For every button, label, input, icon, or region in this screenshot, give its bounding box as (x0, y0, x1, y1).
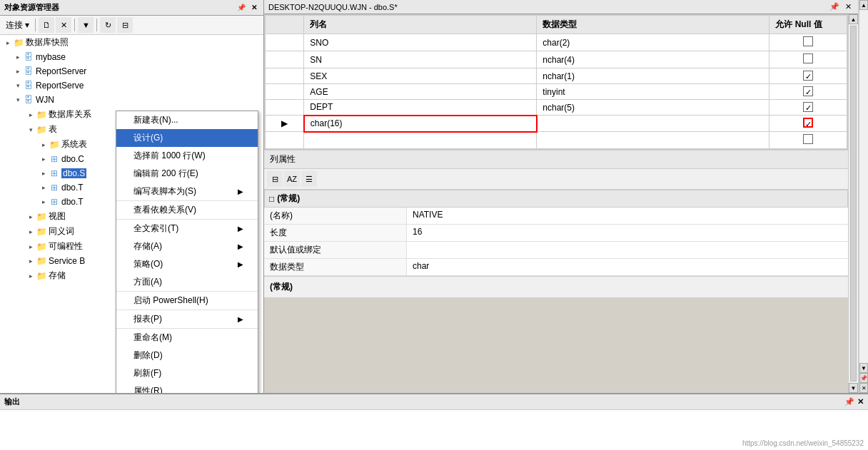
ctx-rename[interactable]: 重命名(M) (116, 329, 258, 347)
bottom-pin-btn[interactable]: 📌 (844, 397, 854, 406)
far-pin-btn[interactable]: 📌 (859, 373, 868, 383)
close-icon[interactable]: ✕ (249, 4, 259, 11)
table-row-empty[interactable] (266, 132, 847, 149)
delete-toolbar-btn[interactable]: ✕ (56, 17, 71, 33)
scroll-down-btn[interactable]: ▼ (849, 383, 858, 393)
scroll-up-btn[interactable]: ▲ (849, 14, 858, 24)
row-nullable[interactable] (769, 84, 847, 100)
ctx-dependencies[interactable]: 查看依赖关系(V) (116, 201, 258, 220)
bottom-close-btn[interactable]: ✕ (857, 397, 864, 406)
ctx-aspects[interactable]: 方面(A) (116, 273, 258, 292)
ctx-powershell[interactable]: 启动 PowerShell(H) (116, 292, 258, 310)
row-name[interactable]: DEPT (304, 100, 537, 116)
nullable-checkbox-highlighted[interactable] (803, 118, 813, 128)
props-value-default[interactable] (407, 242, 848, 258)
row-type[interactable]: nchar(1) (537, 68, 769, 84)
row-nullable[interactable] (769, 51, 847, 68)
props-alpha-btn[interactable]: AZ (284, 171, 300, 187)
ctx-design[interactable]: 设计(G) (116, 129, 258, 147)
toggle-views[interactable]: ▸ (26, 212, 36, 222)
nullable-checkbox[interactable] (803, 53, 813, 63)
far-scroll-up[interactable]: ▲ (859, 0, 868, 10)
row-nullable[interactable] (769, 68, 847, 84)
toggle-synonyms[interactable]: ▸ (26, 227, 36, 237)
tree-item-wjn[interactable]: ▾ 🗄 WJN (0, 93, 263, 107)
right-scrollbar[interactable]: ▲ ▼ (848, 14, 858, 393)
toggle-reportserver[interactable]: ▸ (13, 66, 23, 76)
props-value-datatype[interactable]: char (407, 259, 848, 275)
pin-icon[interactable]: 📌 (235, 4, 248, 11)
toggle-storage[interactable]: ▸ (26, 271, 36, 281)
ctx-script[interactable]: 编写表脚本为(S) ▶ (116, 183, 258, 201)
far-close-btn[interactable]: ✕ (859, 383, 868, 393)
toggle-servicebroker[interactable]: ▸ (26, 256, 36, 266)
toggle-dboT1[interactable]: ▸ (39, 183, 49, 193)
table-row[interactable]: AGE tinyint (266, 84, 847, 100)
row-name-highlighted[interactable]: char(16) (304, 116, 537, 132)
toggle-programmable[interactable]: ▸ (26, 242, 36, 252)
toggle-reportserve2[interactable]: ▾ (13, 81, 23, 91)
row-nullable[interactable] (769, 100, 847, 116)
ctx-storage[interactable]: 存储(A) ▶ (116, 237, 258, 255)
props-value-name[interactable]: NATIVE (407, 208, 848, 224)
row-type[interactable]: tinyint (537, 84, 769, 100)
right-pin-btn[interactable]: 📌 (827, 2, 842, 11)
row-nullable[interactable] (769, 116, 847, 132)
table-row[interactable]: SNO char(2) (266, 34, 847, 51)
row-name[interactable]: SNO (304, 34, 537, 51)
row-type[interactable]: nchar(5) (537, 100, 769, 116)
nullable-checkbox[interactable] (803, 71, 813, 81)
toggle-wjn[interactable]: ▾ (13, 95, 23, 105)
toggle-dboC[interactable]: ▸ (39, 154, 49, 164)
row-name-empty[interactable] (304, 132, 537, 149)
ctx-fulltext[interactable]: 全文索引(T) ▶ (116, 220, 258, 237)
toggle-mybase[interactable]: ▸ (13, 52, 23, 62)
tree-item-databases[interactable]: ▸ 📁 数据库快照 (0, 35, 263, 50)
nullable-checkbox[interactable] (803, 86, 813, 96)
tree-item-reportserver[interactable]: ▸ 🗄 ReportServer (0, 64, 263, 78)
props-section-toggle[interactable]: □ (269, 194, 274, 204)
ctx-policy[interactable]: 策略(O) ▶ (116, 255, 258, 273)
ctx-refresh[interactable]: 刷新(F) (116, 364, 258, 382)
far-scroll-down[interactable]: ▼ (859, 363, 868, 373)
props-pages-btn[interactable]: ☰ (301, 171, 317, 187)
ctx-select-top[interactable]: 选择前 1000 行(W) (116, 147, 258, 165)
ctx-edit-top[interactable]: 编辑前 200 行(E) (116, 165, 258, 183)
nullable-checkbox[interactable] (803, 102, 813, 112)
ctx-reports[interactable]: 报表(P) ▶ (116, 310, 258, 329)
row-name[interactable]: SEX (304, 68, 537, 84)
table-row[interactable]: DEPT nchar(5) (266, 100, 847, 116)
row-name[interactable]: AGE (304, 84, 537, 100)
collapse-toolbar-btn[interactable]: ⊟ (117, 17, 133, 33)
row-name[interactable]: SN (304, 51, 537, 68)
connect-button[interactable]: 连接 ▾ (3, 18, 32, 33)
table-row[interactable]: ▶ char(16) (266, 116, 847, 132)
table-row[interactable]: SN nchar(4) (266, 51, 847, 68)
nullable-checkbox[interactable] (803, 36, 813, 46)
row-nullable-empty[interactable] (769, 132, 847, 149)
tree-item-mybase[interactable]: ▸ 🗄 mybase (0, 50, 263, 64)
ctx-delete[interactable]: 删除(D) (116, 347, 258, 364)
new-toolbar-btn[interactable]: 🗋 (39, 17, 54, 33)
row-type-highlighted[interactable] (537, 116, 769, 132)
props-categorized-btn[interactable]: ⊟ (267, 171, 283, 187)
props-title-bar[interactable]: 列属性 (264, 150, 848, 169)
props-value-length[interactable]: 16 (407, 225, 848, 241)
refresh-toolbar-btn[interactable]: ↻ (100, 17, 116, 33)
toggle-dboS[interactable]: ▸ (39, 168, 49, 178)
filter-toolbar-btn[interactable]: ▼ (78, 17, 94, 33)
row-type-empty[interactable] (537, 132, 769, 149)
ctx-new-table[interactable]: 新建表(N)... (116, 111, 258, 129)
toggle-tables[interactable]: ▾ (26, 125, 36, 135)
ctx-properties[interactable]: 属性(R) (116, 382, 258, 393)
row-type[interactable]: nchar(4) (537, 51, 769, 68)
tree-item-reportserve2[interactable]: ▾ 🗄 ReportServe (0, 78, 263, 93)
toggle-systables[interactable]: ▸ (39, 140, 49, 150)
nullable-checkbox-empty[interactable] (803, 134, 813, 144)
right-close-btn[interactable]: ✕ (843, 2, 854, 11)
row-nullable[interactable] (769, 34, 847, 51)
table-row[interactable]: SEX nchar(1) (266, 68, 847, 84)
toggle-dboT2[interactable]: ▸ (39, 197, 49, 207)
toggle-databases[interactable]: ▸ (3, 38, 13, 48)
toggle-dbrel[interactable]: ▸ (26, 110, 36, 120)
